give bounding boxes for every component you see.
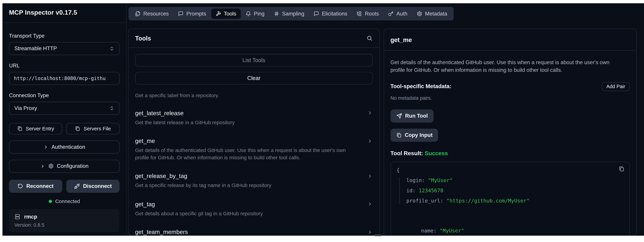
tab-label: Metadata — [425, 10, 447, 16]
tools-panel-body: List Tools Clear Get a specific label fr… — [129, 48, 379, 236]
server-entry-label: Server Entry — [26, 125, 54, 131]
add-pair-button[interactable]: Add Pair — [602, 82, 630, 91]
json-row: login: "MyUser" — [406, 177, 624, 183]
tab-label: Elicitations — [322, 10, 347, 16]
connection-type-select[interactable]: Via Proxy — [9, 102, 120, 115]
tool-description-orphan: Get a specific label from a repository. — [135, 93, 372, 98]
tools-panel: Tools List Tools Clear Get a specific la… — [128, 29, 380, 236]
json-key: id: — [406, 187, 419, 194]
chevron-right-icon — [367, 138, 372, 143]
horizontal-scrollbar-thumb[interactable] — [374, 234, 381, 236]
reconnect-button[interactable]: Reconnect — [9, 180, 62, 193]
json-row-clipped: name: "MyUser" — [421, 227, 624, 234]
chevron-right-icon — [367, 230, 372, 235]
tool-detail-header: get_me — [384, 29, 636, 51]
tool-description: Get a specific release by its tag name i… — [135, 182, 348, 189]
message-square-icon — [314, 11, 319, 16]
json-value: "https://github.com/MyUser" — [446, 198, 530, 204]
servers-file-button[interactable]: Servers File — [66, 123, 120, 134]
tool-description: Get the latest release in a GitHub repos… — [135, 119, 348, 126]
copy-input-button[interactable]: Copy Input — [390, 128, 438, 142]
configuration-toggle[interactable]: Configuration — [9, 159, 120, 173]
tab-label: Ping — [254, 10, 264, 16]
tool-name: get_latest_release — [135, 110, 184, 116]
copy-input-label: Copy Input — [405, 132, 432, 138]
chevron-right-icon — [43, 144, 48, 149]
search-icon[interactable] — [366, 35, 372, 41]
url-label: URL — [9, 62, 120, 68]
tool-name: get_team_members — [135, 229, 188, 235]
tools-panel-header: Tools — [129, 29, 379, 47]
tree-icon — [357, 11, 362, 16]
servers-file-label: Servers File — [84, 125, 111, 131]
json-value: "MyUser" — [440, 227, 464, 234]
json-key: name: — [421, 227, 440, 234]
tab-ping[interactable]: Ping — [241, 8, 269, 18]
transport-type-label: Transport Type — [9, 32, 120, 39]
run-tool-button[interactable]: Run Tool — [390, 109, 434, 122]
unplug-icon — [74, 183, 80, 189]
chevron-right-icon — [367, 201, 372, 207]
reconnect-label: Reconnect — [26, 183, 54, 189]
url-input[interactable] — [9, 72, 120, 85]
server-entry-button[interactable]: Server Entry — [9, 123, 62, 134]
tool-name: get_tag — [135, 201, 155, 207]
server-name: rmcp — [24, 213, 37, 220]
disconnect-label: Disconnect — [83, 183, 112, 189]
server-info-card: rmcp Version: 0.8.5 — [9, 209, 120, 232]
gear-icon — [48, 163, 54, 169]
tool-description: Get details about a specific git tag in … — [135, 210, 348, 217]
tab-tools[interactable]: Tools — [211, 8, 241, 18]
tab-label: Auth — [396, 10, 408, 16]
tool-detail-description: Get details of the authenticated GitHub … — [390, 59, 620, 74]
tab-prompts[interactable]: Prompts — [174, 8, 211, 18]
chevron-right-icon — [367, 173, 372, 179]
json-key: profile_url: — [406, 198, 446, 204]
json-open-brace: { — [396, 167, 624, 173]
tab-auth[interactable]: Auth — [384, 8, 412, 18]
chevrons-up-down-icon — [109, 46, 114, 51]
tab-metadata[interactable]: Metadata — [412, 8, 452, 18]
key-icon — [388, 11, 394, 16]
hash-icon — [274, 11, 279, 16]
tab-sampling[interactable]: Sampling — [269, 8, 309, 18]
tab-elicitations[interactable]: Elicitations — [309, 8, 352, 18]
server-icon — [14, 213, 20, 220]
sidebar: MCP Inspector v0.17.5 Transport Type Str… — [2, 3, 126, 236]
files-icon — [135, 11, 140, 16]
status-dot-icon — [48, 199, 52, 203]
message-square-icon — [178, 11, 184, 16]
bell-icon — [246, 11, 251, 16]
send-icon — [396, 113, 402, 119]
transport-type-select[interactable]: Streamable HTTP — [9, 42, 120, 55]
tool-result-status: Success — [424, 150, 448, 156]
no-metadata-text: No metadata pairs. — [390, 95, 630, 101]
tool-list-item[interactable]: get_latest_release Get the latest releas… — [135, 110, 372, 126]
stage: MCP Inspector v0.17.5 Transport Type Str… — [0, 0, 644, 242]
connection-type-value: Via Proxy — [14, 105, 37, 111]
tab-roots[interactable]: Roots — [352, 8, 383, 18]
tab-label: Roots — [365, 10, 379, 16]
tool-list-item[interactable]: get_tag Get details about a specific git… — [135, 201, 372, 217]
json-row: id: 12345678 — [406, 187, 624, 194]
tool-list-item[interactable]: get_team_members Get members of a specif… — [135, 229, 372, 236]
chevron-right-icon — [367, 110, 372, 116]
tool-list-item[interactable]: get_me Get details of the authenticated … — [135, 138, 372, 161]
tool-detail-title: get_me — [390, 36, 412, 43]
chevrons-up-down-icon — [109, 106, 114, 111]
authentication-label: Authentication — [52, 144, 85, 150]
tool-list-item[interactable]: get_release_by_tag Get a specific releas… — [135, 173, 372, 189]
tab-resources[interactable]: Resources — [131, 8, 173, 18]
connection-status: Connected — [9, 198, 120, 204]
copy-icon — [75, 126, 80, 131]
sidebar-header: MCP Inspector v0.17.5 — [2, 3, 126, 23]
list-tools-button[interactable]: List Tools — [135, 54, 372, 66]
metadata-label: Tool-specific Metadata: — [390, 83, 452, 90]
copy-icon — [396, 132, 402, 138]
tab-label: Tools — [224, 10, 236, 16]
copy-result-icon[interactable] — [618, 166, 624, 172]
clear-button[interactable]: Clear — [135, 72, 372, 84]
authentication-toggle[interactable]: Authentication — [9, 140, 120, 153]
disconnect-button[interactable]: Disconnect — [66, 180, 120, 193]
tool-name: get_release_by_tag — [135, 173, 187, 179]
